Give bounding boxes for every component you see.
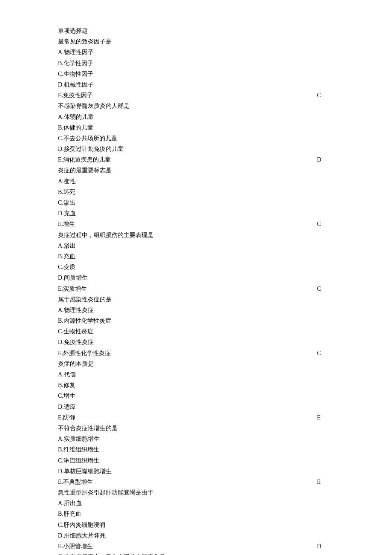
line-text: D.接受过计划免疫的儿童 (58, 144, 334, 154)
line-item: 炎症的本质是 (58, 358, 334, 369)
line-item: C.生物性炎症 (58, 326, 334, 337)
line-item: B.坏死 (58, 187, 334, 197)
line-answer: C (308, 90, 334, 101)
line-item: D.免疫性炎症 (58, 337, 334, 347)
line-item: E.外源性化学性炎症C (58, 348, 334, 358)
line-text: E.外源性化学性炎症 (58, 348, 308, 358)
line-item: D.肝细胞大片坏死 (58, 530, 334, 541)
line-item: A.体弱的儿童 (58, 112, 334, 122)
line-item: 炎症过程中，组织损伤的主要表现是 (58, 230, 334, 240)
line-text: B.纤维组织增生 (58, 444, 334, 455)
line-text: 不符合炎症性增生的是 (58, 423, 334, 434)
line-item: E.不典型增生E (58, 477, 334, 487)
line-text: D.单核巨噬细胞增生 (58, 466, 334, 477)
line-text: A.体弱的儿童 (58, 112, 334, 122)
line-answer: D (308, 541, 334, 552)
line-item: 急性重型肝炎引起肝功能衰竭是由于 (58, 487, 334, 498)
line-text: 不感染脊髓灰质炎的人群是 (58, 101, 334, 111)
line-text: 炎症的本质是 (58, 358, 334, 369)
line-item: 急性炎症反应中，最先出现的血管变化是 (58, 552, 334, 555)
line-text: D.免疫性炎症 (58, 337, 334, 347)
line-item: D.机械性因子 (58, 79, 334, 90)
line-item: B.充血 (58, 251, 334, 262)
line-text: 炎症的最重要标志是 (58, 165, 334, 176)
line-answer: E (308, 412, 334, 423)
line-item: C.渗出 (58, 197, 334, 208)
line-item: 炎症的最重要标志是 (58, 165, 334, 176)
line-item: B.修复 (58, 380, 334, 390)
line-item: E.免疫性因子C (58, 90, 334, 101)
line-text: 单项选择题 (58, 26, 334, 36)
line-item: E.消化道疾患的儿童D (58, 154, 334, 165)
line-text: C.淋巴组织增生 (58, 455, 334, 466)
line-item: 单项选择题 (58, 26, 334, 36)
line-text: C.变质 (58, 262, 334, 272)
line-item: D.适应 (58, 402, 334, 412)
line-text: B.肝充血 (58, 509, 334, 519)
line-answer: D (308, 154, 334, 165)
line-text: B.体健的儿童 (58, 122, 334, 133)
line-text: D.机械性因子 (58, 79, 334, 90)
line-item: B.内源性化学性炎症 (58, 315, 334, 326)
line-text: E.小胆管增生 (58, 541, 308, 552)
line-text: A.物理性因子 (58, 47, 334, 58)
line-item: C.生物性因子 (58, 69, 334, 79)
line-text: A.渗出 (58, 240, 334, 251)
line-text: C.渗出 (58, 197, 334, 208)
line-item: B.化学性因子 (58, 58, 334, 69)
line-answer: C (308, 219, 334, 229)
line-answer: E (308, 477, 334, 487)
line-item: E.防御E (58, 412, 334, 423)
line-text: E.防御 (58, 412, 308, 423)
line-item: A.实质细胞增生 (58, 434, 334, 444)
line-item: B.体健的儿童 (58, 122, 334, 133)
line-item: A.代偿 (58, 369, 334, 380)
line-text: A.变性 (58, 176, 334, 187)
line-text: B.化学性因子 (58, 58, 334, 69)
line-item: E.小胆管增生D (58, 541, 334, 552)
line-answer: C (308, 348, 334, 358)
line-text: 属于感染性炎症的是 (58, 294, 334, 305)
line-item: D.间质增生 (58, 272, 334, 283)
line-text: B.修复 (58, 380, 334, 390)
line-text: C.不去公共场所的儿童 (58, 133, 334, 144)
line-item: A.肝出血 (58, 498, 334, 509)
line-text: B.充血 (58, 251, 334, 262)
line-text: A.物理性炎症 (58, 305, 334, 315)
line-text: C.增生 (58, 390, 334, 401)
line-text: A.肝出血 (58, 498, 334, 509)
main-content: 单项选择题最常见的致炎因子是A.物理性因子B.化学性因子C.生物性因子D.机械性… (58, 26, 334, 555)
line-text: 炎症过程中，组织损伤的主要表现是 (58, 230, 334, 240)
line-text: 急性重型肝炎引起肝功能衰竭是由于 (58, 487, 334, 498)
line-item: A.渗出 (58, 240, 334, 251)
line-item: C.肝内炎细胞浸润 (58, 520, 334, 530)
line-item: 属于感染性炎症的是 (58, 294, 334, 305)
line-item: D.单核巨噬细胞增生 (58, 466, 334, 477)
line-text: D.充血 (58, 208, 334, 219)
line-item: C.不去公共场所的儿童 (58, 133, 334, 144)
line-text: B.坏死 (58, 187, 334, 197)
line-text: A.实质细胞增生 (58, 434, 334, 444)
line-text: B.内源性化学性炎症 (58, 315, 334, 326)
line-item: A.物理性因子 (58, 47, 334, 58)
line-text: 最常见的致炎因子是 (58, 36, 334, 47)
line-item: A.物理性炎症 (58, 305, 334, 315)
line-text: E.消化道疾患的儿童 (58, 154, 308, 165)
line-text: E.不典型增生 (58, 477, 308, 487)
line-item: B.肝充血 (58, 509, 334, 519)
line-item: 不感染脊髓灰质炎的人群是 (58, 101, 334, 111)
line-item: D.接受过计划免疫的儿童 (58, 144, 334, 154)
line-text: E.免疫性因子 (58, 90, 308, 101)
line-text: C.生物性炎症 (58, 326, 334, 337)
line-item: D.充血 (58, 208, 334, 219)
line-text: E.增生 (58, 219, 308, 229)
line-text: D.肝细胞大片坏死 (58, 530, 334, 541)
line-text: A.代偿 (58, 369, 334, 380)
line-item: C.变质 (58, 262, 334, 272)
line-answer: C (308, 283, 334, 294)
line-item: 最常见的致炎因子是 (58, 36, 334, 47)
line-item: C.淋巴组织增生 (58, 455, 334, 466)
line-text: C.肝内炎细胞浸润 (58, 520, 334, 530)
line-text: C.生物性因子 (58, 69, 334, 79)
line-item: 不符合炎症性增生的是 (58, 423, 334, 434)
